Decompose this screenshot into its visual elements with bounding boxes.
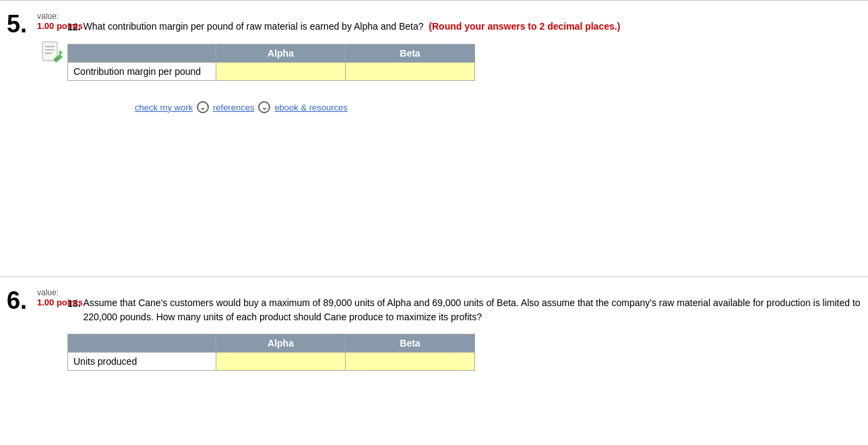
- pencil-icon-5: [39, 40, 65, 65]
- alpha-input-13[interactable]: [216, 353, 345, 370]
- round-note-12: (Round your answers to 2 decimal places.…: [429, 21, 620, 32]
- question-row-13: 13. Assume that Cane's customers would b…: [67, 296, 868, 324]
- references-icon-12: ⌄: [197, 101, 209, 113]
- table-row-12-0: Contribution margin per pound: [68, 63, 475, 81]
- beta-input-cell-12[interactable]: [346, 63, 475, 81]
- alpha-input-cell-13[interactable]: [216, 353, 346, 371]
- value-label-5: value:: [37, 11, 83, 21]
- section-5: 5. value: 1.00 points 12. What contribut…: [0, 0, 868, 256]
- table-row-13-0: Units produced: [68, 353, 475, 371]
- alpha-input-cell-12[interactable]: [216, 63, 346, 81]
- svg-marker-5: [59, 50, 63, 55]
- check-my-work-link-12[interactable]: check my work: [135, 102, 193, 113]
- bottom-links-12: check my work ⌄ references ⌄ ebook & res…: [135, 101, 868, 113]
- col-header-label-13: [68, 334, 216, 353]
- section-number-5: 5.: [7, 10, 27, 38]
- question-text-12: What contribution margin per pound of ra…: [83, 20, 620, 34]
- question-row-12: 12. What contribution margin per pound o…: [67, 20, 868, 34]
- beta-input-12[interactable]: [346, 63, 474, 80]
- points-5: 1.00 points: [37, 21, 83, 31]
- section-6: 6. value: 1.00 points 13. Assume that Ca…: [0, 276, 868, 411]
- section-meta-5: value: 1.00 points: [37, 11, 83, 31]
- question-block-13: 13. Assume that Cane's customers would b…: [67, 296, 868, 371]
- icon-area-5: [39, 40, 65, 65]
- col-header-alpha-13: Alpha: [216, 334, 346, 353]
- points-6: 1.00 points: [37, 297, 83, 307]
- beta-input-13[interactable]: [346, 353, 474, 370]
- col-header-beta-12: Beta: [346, 44, 475, 63]
- row-label-13-0: Units produced: [68, 353, 216, 371]
- col-header-alpha-12: Alpha: [216, 44, 346, 63]
- section-meta-6: value: 1.00 points: [37, 288, 83, 307]
- question-text-13: Assume that Cane's customers would buy a…: [83, 296, 868, 324]
- col-header-beta-13: Beta: [346, 334, 475, 353]
- row-label-12-0: Contribution margin per pound: [68, 63, 216, 81]
- table-12: Alpha Beta Contribution margin per pound: [67, 44, 475, 81]
- table-wrap-13: Alpha Beta Units produced: [67, 334, 868, 371]
- alpha-input-12[interactable]: [216, 63, 345, 80]
- table-13: Alpha Beta Units produced: [67, 334, 475, 371]
- references-link-12[interactable]: references: [213, 102, 254, 113]
- table-wrap-12: Alpha Beta Contribution margin per pound: [67, 44, 868, 81]
- section-number-6: 6.: [7, 287, 27, 315]
- col-header-label-12: [68, 44, 216, 63]
- svg-rect-0: [42, 42, 57, 61]
- ebook-icon-12: ⌄: [258, 101, 270, 113]
- question-block-12: 12. What contribution margin per pound o…: [67, 20, 868, 113]
- beta-input-cell-13[interactable]: [346, 353, 475, 371]
- value-label-6: value:: [37, 288, 83, 297]
- ebook-link-12[interactable]: ebook & resources: [274, 102, 347, 113]
- section-divider: [0, 256, 868, 276]
